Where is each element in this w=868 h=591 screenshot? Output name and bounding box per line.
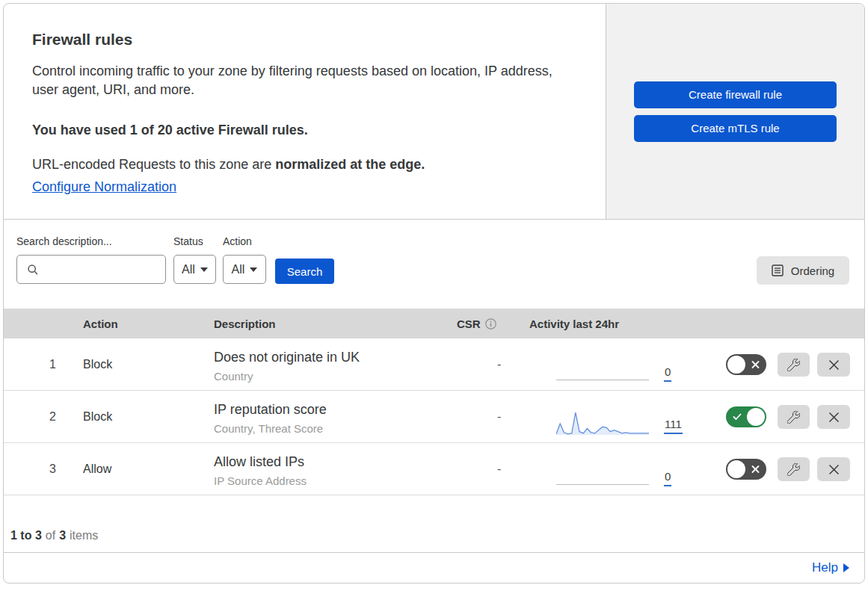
- rule-csr-value: -: [457, 410, 529, 424]
- action-label: Action: [223, 235, 266, 247]
- rule-toggle[interactable]: [726, 459, 766, 480]
- table-footer: 1 to 3 of 3 items: [4, 495, 864, 553]
- sparkline-flat: [556, 484, 649, 485]
- top-section: Firewall rules Control incoming traffic …: [4, 4, 864, 220]
- ordering-list-icon: [772, 264, 784, 276]
- actions-panel: Create firewall rule Create mTLS rule: [606, 4, 864, 219]
- configure-normalization-link[interactable]: Configure Normalization: [32, 179, 176, 195]
- action-filter-group: Action All: [223, 235, 266, 284]
- create-mtls-rule-button[interactable]: Create mTLS rule: [634, 115, 837, 142]
- rule-action: Allow: [83, 462, 214, 476]
- activity-count-link[interactable]: 0: [664, 470, 671, 486]
- status-dropdown[interactable]: All: [173, 255, 216, 284]
- activity-sparkline: [556, 408, 649, 443]
- help-arrow-icon: [843, 563, 849, 572]
- search-group: Search description...: [16, 235, 166, 284]
- table-row: 3 Allow Allow listed IPs IP Source Addre…: [4, 443, 864, 495]
- close-icon: [828, 359, 840, 371]
- of-text: of: [46, 529, 55, 542]
- activity-count-link[interactable]: 0: [664, 365, 671, 382]
- items-total: 3: [59, 529, 66, 542]
- intro-text: Control incoming traffic to your zone by…: [32, 62, 564, 99]
- edit-rule-button[interactable]: [778, 457, 810, 481]
- rule-activity-cell: 111: [529, 391, 726, 443]
- toggle-knob: [727, 460, 745, 478]
- col-header-activity: Activity last 24hr: [529, 318, 726, 330]
- col-header-csr: CSR: [457, 318, 529, 330]
- rule-description: IP reputation score: [214, 401, 457, 418]
- delete-rule-button[interactable]: [817, 457, 850, 481]
- x-icon: [751, 465, 760, 474]
- csr-label: CSR: [457, 318, 481, 330]
- rule-fields: Country, Threat Score: [214, 422, 457, 436]
- table-row: 2 Block IP reputation score Country, Thr…: [4, 391, 864, 443]
- activity-count-link[interactable]: 111: [664, 418, 683, 434]
- items-text: items: [70, 529, 98, 542]
- table-row: 1 Block Does not originate in UK Country…: [4, 338, 864, 391]
- filter-bar: Search description... Status All Action …: [4, 220, 864, 309]
- normalization-bold: normalized at the edge.: [275, 157, 425, 172]
- usage-note: You have used 1 of 20 active Firewall ru…: [32, 123, 576, 138]
- toggle-knob: [747, 408, 765, 426]
- edit-rule-button[interactable]: [778, 405, 810, 429]
- rule-controls: [726, 457, 864, 481]
- rule-activity-cell: 0: [529, 338, 726, 391]
- check-icon: [733, 413, 742, 421]
- rule-description-cell: Does not originate in UK Country: [214, 349, 457, 383]
- chevron-down-icon: [200, 267, 208, 272]
- rule-description: Allow listed IPs: [214, 454, 457, 470]
- rule-controls: [726, 353, 864, 377]
- ordering-label: Ordering: [791, 264, 834, 277]
- wrench-icon: [787, 463, 800, 476]
- toggle-knob: [727, 356, 745, 374]
- chevron-down-icon: [250, 267, 257, 272]
- normalization-prefix: URL-encoded Requests to this zone are: [32, 157, 275, 172]
- delete-rule-button[interactable]: [817, 405, 850, 429]
- ordering-button[interactable]: Ordering: [757, 256, 849, 285]
- rule-toggle[interactable]: [726, 406, 766, 427]
- table-body: 1 Block Does not originate in UK Country…: [4, 338, 864, 495]
- page-title: Firewall rules: [32, 31, 576, 49]
- action-value: All: [232, 263, 245, 276]
- help-label: Help: [812, 560, 838, 575]
- close-icon: [828, 412, 840, 423]
- help-row: Help: [4, 553, 864, 583]
- action-dropdown[interactable]: All: [223, 255, 266, 284]
- edit-rule-button[interactable]: [778, 353, 810, 377]
- help-link[interactable]: Help: [812, 560, 849, 575]
- intro-panel: Firewall rules Control incoming traffic …: [4, 4, 606, 219]
- rule-description-cell: Allow listed IPs IP Source Address: [214, 454, 457, 488]
- sparkline-chart: [556, 408, 649, 436]
- info-icon[interactable]: [485, 318, 496, 329]
- close-icon: [828, 464, 840, 475]
- rule-priority: 2: [4, 410, 83, 424]
- activity-sparkline: [556, 484, 649, 495]
- x-icon: [751, 361, 760, 369]
- rule-description-cell: IP reputation score Country, Threat Scor…: [214, 401, 457, 436]
- col-header-description: Description: [214, 318, 457, 330]
- rule-controls: [726, 405, 864, 429]
- rule-description: Does not originate in UK: [214, 349, 457, 365]
- sparkline-flat: [556, 380, 649, 380]
- firewall-rules-card: Firewall rules Control incoming traffic …: [3, 3, 865, 584]
- create-firewall-rule-button[interactable]: Create firewall rule: [634, 81, 837, 108]
- rule-csr-value: -: [457, 358, 529, 371]
- rule-activity-cell: 0: [529, 443, 726, 495]
- search-button[interactable]: Search: [275, 259, 334, 284]
- search-input[interactable]: [16, 255, 166, 284]
- rule-action: Block: [83, 410, 214, 424]
- rule-csr-value: -: [457, 462, 529, 476]
- rule-priority: 3: [4, 462, 83, 476]
- table-header: Action Description CSR Activity last 24h…: [4, 309, 864, 338]
- rule-fields: Country: [214, 370, 457, 383]
- rule-fields: IP Source Address: [214, 474, 457, 488]
- items-range: 1 to 3: [10, 529, 42, 542]
- normalization-note: URL-encoded Requests to this zone are no…: [32, 157, 576, 173]
- search-icon: [27, 264, 39, 276]
- rule-action: Block: [83, 358, 214, 371]
- delete-rule-button[interactable]: [817, 353, 850, 377]
- status-value: All: [182, 263, 195, 276]
- rule-toggle[interactable]: [726, 354, 766, 375]
- status-filter-group: Status All: [173, 235, 216, 284]
- search-label: Search description...: [16, 235, 166, 247]
